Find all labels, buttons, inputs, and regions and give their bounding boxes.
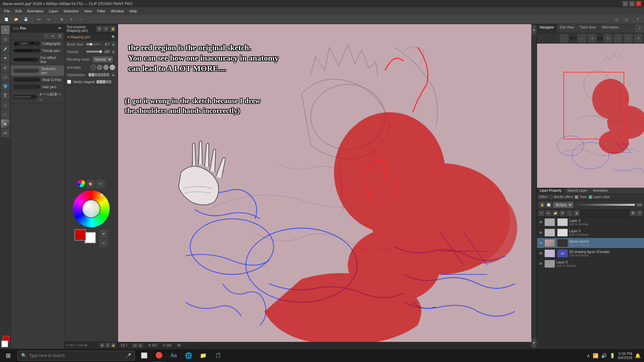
tool-eraser[interactable]: ◻ [1, 72, 10, 81]
tool-brush[interactable]: 🖌 [1, 63, 10, 72]
toolbar-transform[interactable]: ⊞ [57, 15, 66, 24]
stab-up[interactable]: ▲ [111, 72, 115, 77]
tab-navigator[interactable]: Navigator [537, 24, 557, 33]
tool-shape[interactable]: □ [1, 110, 10, 119]
reset-colors-btn[interactable]: ↺ [99, 239, 108, 247]
new-vector-layer[interactable]: V+ [545, 210, 551, 216]
subtool-del-btn[interactable]: ✕ [50, 33, 56, 39]
toolbar-help-btn[interactable]: ? [633, 15, 642, 24]
aa-weak[interactable] [97, 65, 102, 70]
menu-selection[interactable]: Selection [61, 8, 81, 14]
layer-blend-mode-select[interactable]: Multiply Normal Screen [553, 202, 573, 208]
tab-animation[interactable]: Animation [590, 188, 611, 193]
delete-layer[interactable]: 🗑 [574, 210, 580, 216]
aa-strong[interactable] [103, 65, 109, 70]
tab-layer-property[interactable]: Layer Property [537, 188, 565, 193]
tool-eyedrop[interactable]: 💉 [1, 44, 10, 53]
subtool-menu-btn[interactable]: ☰ [57, 33, 63, 39]
toolbar-zoom-out[interactable]: − [77, 15, 86, 24]
maximize-button[interactable]: □ [629, 1, 635, 6]
tool-property-menu[interactable]: ☰ [96, 26, 102, 32]
nav-close[interactable]: ✕ [635, 24, 644, 33]
tool-fill[interactable]: 🪣 [1, 82, 10, 90]
brush-size-slider[interactable] [86, 43, 101, 45]
background-color[interactable] [1, 341, 8, 347]
menu-edit[interactable]: Edit [13, 8, 24, 14]
color-set-tab[interactable]: 🎨 [86, 180, 95, 188]
subtool-hair[interactable]: Hair pen [11, 83, 64, 90]
subtool-real-g[interactable]: Real G Pen [11, 76, 64, 83]
tray-notification[interactable]: 🔔 [635, 353, 641, 358]
nav-rotate-right[interactable]: ↻ [604, 34, 612, 43]
tab-information[interactable]: Information [599, 24, 622, 33]
stabilization-slider[interactable] [89, 73, 109, 76]
taskbar-app5[interactable]: 🎵 [211, 349, 225, 362]
tray-network[interactable]: 📶 [593, 353, 598, 358]
layer-item-0[interactable]: 👁 Layer 2 100 % Normal [537, 217, 644, 228]
navigator-thumbnail[interactable] [537, 44, 644, 188]
toolbar-zoom-in[interactable]: + [67, 15, 76, 24]
menu-help[interactable]: Help [127, 8, 140, 14]
layer-item-4[interactable]: 👁 Layer 5 100 % Normal [537, 259, 644, 269]
menu-animation[interactable]: Animation [24, 8, 46, 14]
info-btn[interactable]: ℹ [105, 343, 110, 348]
menu-window[interactable]: Window [108, 8, 127, 14]
toolbar-new[interactable]: 📄 [2, 15, 11, 24]
canvas-next[interactable]: ▷ [138, 344, 143, 348]
tool-3d[interactable]: 3D [1, 129, 10, 137]
subtool-turnip[interactable]: Turnip pen [11, 47, 64, 54]
subtool-pencil[interactable]: オール鉛筆ペン [11, 90, 64, 104]
toolbar-open[interactable]: 📁 [12, 15, 20, 24]
swap-colors-btn[interactable]: ⇄ [99, 229, 108, 238]
fg-swatch[interactable] [74, 229, 86, 241]
tray-battery[interactable]: 🔋 [609, 353, 615, 358]
toolbar-nav-left[interactable]: ◁ [612, 15, 621, 24]
merge-layer[interactable]: ↓ [567, 210, 573, 216]
search-input[interactable]: Type here to search [29, 353, 123, 358]
tab-subview[interactable]: Sub View [557, 24, 577, 33]
taskbar-chrome[interactable]: 🌐 [182, 349, 195, 362]
opacity-slider[interactable] [86, 51, 101, 53]
opacity-up[interactable]: ▲ [112, 49, 115, 54]
mapping-pen-search[interactable]: 🔍 [111, 35, 115, 39]
color-wheel[interactable] [73, 190, 110, 227]
color-history-tab[interactable]: ⏱ [96, 180, 105, 188]
layer-1-visibility[interactable]: 👁 [538, 230, 543, 235]
search-voice-icon[interactable]: 🎤 [126, 353, 131, 358]
blending-mode-select[interactable]: Normal Multiply Screen [93, 57, 113, 62]
layer-item-1[interactable]: 👁 Layer 3 100 % Normal [537, 228, 644, 238]
tab-transsour[interactable]: Trans Sour [577, 24, 599, 33]
tool-vector[interactable]: ◇ [1, 101, 10, 109]
canvas-prev[interactable]: ◁ [132, 344, 137, 348]
layer-2-visibility[interactable]: 👁 [538, 241, 543, 245]
nav-flip[interactable]: ↔ [614, 34, 623, 43]
tool-lasso[interactable]: ⊡ [1, 35, 10, 44]
tool-property-lock[interactable]: 🔒 [110, 26, 116, 32]
layer-4-visibility[interactable]: 👁 [538, 261, 543, 266]
toolbar-redo[interactable]: ↪ [44, 15, 53, 24]
lock-btn[interactable]: 🔒 [111, 343, 116, 348]
nav-flip-v[interactable]: ↕ [624, 34, 633, 43]
layer-0-visibility[interactable]: 👁 [538, 220, 543, 225]
duplicate-layer[interactable]: ⧉ [559, 210, 566, 216]
tab-search-layer[interactable]: Search Layer [565, 188, 590, 193]
close-button[interactable]: ✕ [636, 1, 641, 6]
bg-swatch[interactable] [85, 232, 96, 243]
subtool-calligraphy[interactable]: Calligraphy [11, 40, 64, 47]
layer-help[interactable]: ? [637, 210, 643, 216]
tool-pen[interactable]: ✒ [1, 54, 10, 62]
new-folder[interactable]: 📁 [552, 210, 558, 216]
aa-none[interactable] [91, 65, 96, 70]
layer-opacity-track[interactable] [575, 204, 635, 206]
tray-volume[interactable]: 🔊 [601, 353, 607, 358]
layer-item-2[interactable]: 👁 titania-sketch 100 % Multiply [537, 238, 644, 248]
minimize-button[interactable]: ─ [623, 1, 628, 6]
nav-zoom-in[interactable]: + [578, 34, 586, 43]
settings-btn[interactable]: ⚙ [100, 343, 104, 348]
toolbar-nav-right[interactable]: ▷ [623, 15, 631, 24]
menu-layer[interactable]: Layer [46, 8, 61, 14]
layer-lock-pixel[interactable]: ⬜ [546, 202, 552, 208]
subtool-effect[interactable]: For effect line [11, 54, 64, 65]
nav-zoom-out[interactable]: − [560, 34, 569, 43]
nav-reset[interactable]: ↺ [634, 34, 643, 43]
